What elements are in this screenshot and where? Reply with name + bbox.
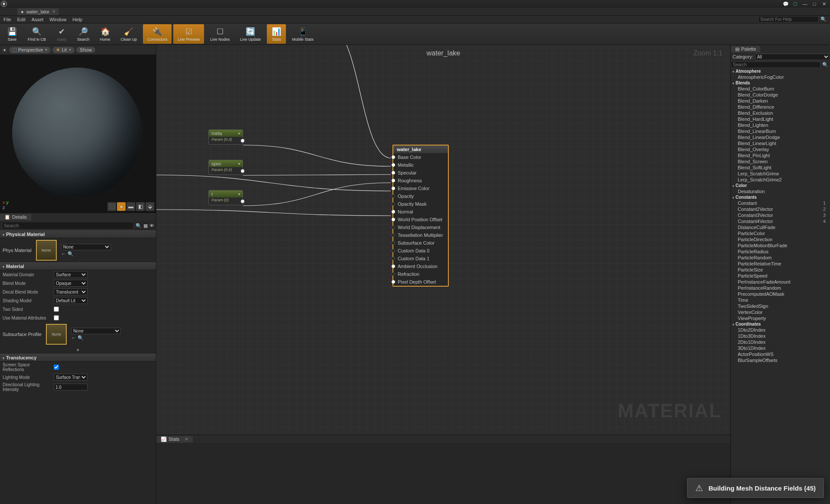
- palette-item[interactable]: Blend_ColorDodge: [731, 92, 830, 98]
- palette-item[interactable]: Constant1: [731, 200, 830, 206]
- input-pin-refraction[interactable]: Refraction: [393, 270, 448, 278]
- palette-item[interactable]: TwoSidedSign: [731, 303, 830, 309]
- palette-item[interactable]: ParticleDirection: [731, 236, 830, 242]
- property-checkbox[interactable]: [54, 365, 59, 370]
- details-tab[interactable]: 📋 Details: [0, 214, 31, 220]
- palette-item[interactable]: Time: [731, 297, 830, 303]
- stats-button[interactable]: 📊Stats: [267, 24, 286, 44]
- plane-shape-button[interactable]: ▬: [126, 202, 135, 211]
- palette-item[interactable]: Blend_LinearLight: [731, 140, 830, 146]
- search-icon[interactable]: 🔍: [136, 223, 142, 229]
- palette-item[interactable]: 2Dto1DIndex: [731, 339, 830, 345]
- mobile-stats-button[interactable]: 📱Mobile Stats: [288, 24, 318, 44]
- category-header[interactable]: Translucency: [0, 354, 156, 362]
- view-mode-button[interactable]: ⬚Perspective: [9, 47, 51, 53]
- live-preview-button[interactable]: ☑Live Preview: [173, 24, 204, 44]
- input-pin-roughness[interactable]: Roughness: [393, 177, 448, 184]
- property-checkbox[interactable]: [54, 315, 59, 320]
- viewport-options-button[interactable]: ▾: [2, 47, 7, 53]
- palette-item[interactable]: PrecomputedAOMask: [731, 291, 830, 297]
- minimize-button[interactable]: —: [801, 1, 808, 7]
- palette-search-input[interactable]: [731, 61, 820, 68]
- find-in-cb-button[interactable]: 🔍Find in CB: [23, 24, 50, 44]
- palette-item[interactable]: Blend_Darken: [731, 98, 830, 104]
- expand-button[interactable]: ▾: [0, 346, 156, 354]
- palette-item[interactable]: ParticleColor: [731, 230, 830, 236]
- asset-select[interactable]: None: [71, 328, 121, 334]
- chevron-down-icon[interactable]: ▾: [238, 162, 240, 166]
- cylinder-shape-button[interactable]: ⬛: [107, 202, 116, 211]
- category-select[interactable]: All: [755, 54, 830, 60]
- palette-item[interactable]: Blend_Exclusion: [731, 110, 830, 116]
- cube-shape-button[interactable]: ◧: [136, 202, 145, 211]
- menu-window[interactable]: Window: [49, 17, 66, 22]
- stats-tab[interactable]: 📈 Stats ✕: [156, 436, 193, 443]
- maximize-button[interactable]: □: [811, 1, 818, 7]
- mesh-shape-button[interactable]: ⬙: [146, 202, 154, 211]
- source-control-icon[interactable]: ⬡: [792, 1, 799, 7]
- close-window-button[interactable]: ✕: [820, 1, 827, 7]
- input-pin-world-position-offset[interactable]: World Position Offset: [393, 216, 448, 223]
- live-nodes-button[interactable]: ☐Live Nodes: [206, 24, 234, 44]
- palette-category[interactable]: Blends: [731, 80, 830, 86]
- close-tab-button[interactable]: ✕: [52, 9, 55, 14]
- eye-icon[interactable]: 👁: [149, 223, 154, 228]
- palette-category[interactable]: Atmosphere: [731, 68, 830, 74]
- property-select[interactable]: Opaque: [54, 280, 88, 287]
- palette-item[interactable]: Blend_Lighten: [731, 122, 830, 128]
- palette-item[interactable]: Blend_LinearBurn: [731, 128, 830, 134]
- asset-thumbnail[interactable]: None: [46, 324, 67, 345]
- palette-item[interactable]: Constant3Vector3: [731, 212, 830, 218]
- palette-item[interactable]: PerInstanceFadeAmount: [731, 279, 830, 285]
- input-pin-world-displacement[interactable]: World Displacement: [393, 223, 448, 231]
- preview-viewport[interactable]: ▾ ⬚Perspective ☀Lit Show x yz ⬛ ● ▬ ◧ ⬙: [0, 45, 156, 213]
- palette-item[interactable]: 1Dto3DIndex: [731, 333, 830, 339]
- param-node[interactable]: meta▾Param (0.4): [208, 129, 243, 145]
- material-graph[interactable]: water_lake Zoom 1:1 MATERIAL meta▾Param …: [156, 45, 730, 435]
- palette-item[interactable]: Blend_Screen: [731, 158, 830, 165]
- palette-item[interactable]: Constant2Vector2: [731, 206, 830, 212]
- notification-icon[interactable]: 💬: [782, 1, 789, 7]
- live-update-button[interactable]: 🔄Live Update: [236, 24, 265, 44]
- palette-item[interactable]: ActorPositionWS: [731, 351, 830, 357]
- input-pin-base-color[interactable]: Base Color: [393, 153, 448, 161]
- input-pin-pixel-depth-offset[interactable]: Pixel Depth Offset: [393, 278, 448, 286]
- palette-item[interactable]: 3Dto1DIndex: [731, 345, 830, 351]
- lit-mode-button[interactable]: ☀Lit: [52, 47, 75, 53]
- input-pin-opacity-mask[interactable]: Opacity Mask: [393, 200, 448, 208]
- palette-category[interactable]: Coordinates: [731, 321, 830, 327]
- input-pin-custom-data-0[interactable]: Custom Data 0: [393, 247, 448, 255]
- grid-view-icon[interactable]: ▦: [143, 223, 148, 229]
- browse-icon[interactable]: 🔍: [68, 251, 74, 257]
- property-select[interactable]: Surface: [54, 271, 88, 278]
- show-flags-button[interactable]: Show: [76, 47, 95, 53]
- palette-item[interactable]: ParticleSpeed: [731, 273, 830, 279]
- palette-item[interactable]: AtmosphericFogColor: [731, 74, 830, 80]
- palette-item[interactable]: Blend_HardLight: [731, 116, 830, 122]
- browse-icon[interactable]: 🔍: [78, 335, 84, 341]
- palette-item[interactable]: Blend_Overlay: [731, 146, 830, 152]
- document-tab[interactable]: ● water_lake ✕: [17, 8, 59, 15]
- input-pin-metallic[interactable]: Metallic: [393, 161, 448, 169]
- palette-item[interactable]: Desaturation: [731, 188, 830, 194]
- home-button[interactable]: 🏠Home: [96, 24, 115, 44]
- palette-item[interactable]: ParticleRelativeTime: [731, 261, 830, 267]
- palette-item[interactable]: Constant4Vector4: [731, 218, 830, 224]
- help-search-input[interactable]: [758, 16, 819, 23]
- property-select[interactable]: Default Lit: [54, 297, 88, 304]
- menu-file[interactable]: File: [3, 17, 11, 22]
- palette-item[interactable]: ParticleRandom: [731, 255, 830, 261]
- material-output-node[interactable]: water_lakeBase ColorMetallicSpecularRoug…: [392, 145, 449, 287]
- output-pin[interactable]: [241, 200, 244, 203]
- input-pin-normal[interactable]: Normal: [393, 208, 448, 216]
- palette-item[interactable]: Lerp_ScratchGrime: [731, 171, 830, 177]
- apply-button[interactable]: ✔Apply: [52, 24, 71, 44]
- palette-item[interactable]: ParticleSize: [731, 267, 830, 273]
- palette-item[interactable]: PerInstanceRandom: [731, 285, 830, 291]
- clean-up-button[interactable]: 🧹Clean Up: [117, 24, 142, 44]
- palette-category[interactable]: Color: [731, 183, 830, 188]
- connectors-button[interactable]: 🔌Connectors: [143, 24, 172, 44]
- palette-item[interactable]: ViewProperty: [731, 315, 830, 321]
- property-select[interactable]: Translucent: [54, 288, 88, 295]
- category-header[interactable]: Material: [0, 262, 156, 270]
